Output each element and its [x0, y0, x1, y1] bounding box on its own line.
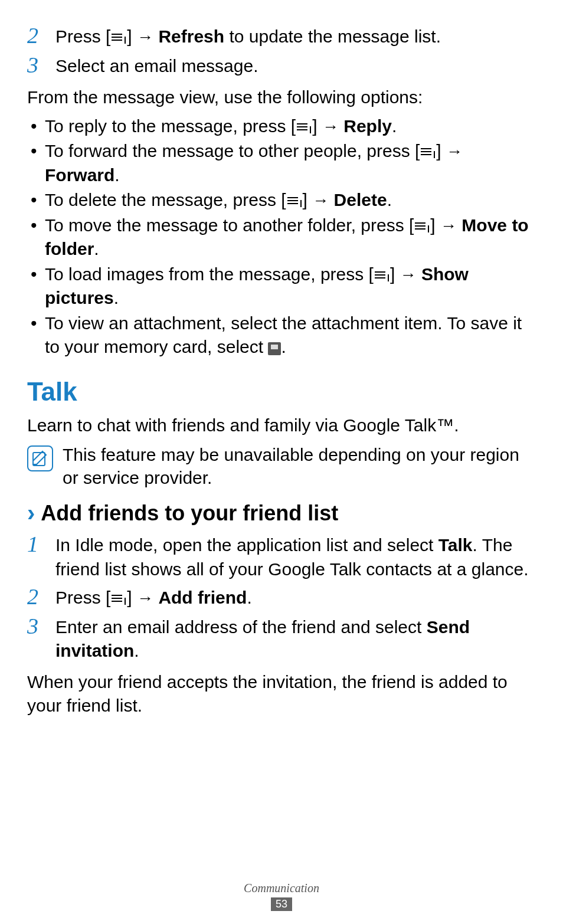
text: Press [ [55, 27, 110, 46]
bullet-body: To view an attachment, select the attach… [45, 312, 536, 359]
note-row: This feature may be unavailable dependin… [27, 443, 536, 489]
text: ] [127, 27, 137, 46]
action-label: Add friend [158, 588, 247, 607]
save-icon [268, 342, 281, 355]
bullet-delete: • To delete the message, press [] → Dele… [27, 188, 536, 212]
bullet-marker: • [27, 263, 45, 287]
intro-paragraph: From the message view, use the following… [27, 86, 536, 110]
text: to update the message list. [224, 27, 441, 46]
subheading: Add friends to your friend list [41, 501, 338, 526]
text: ] [436, 141, 446, 160]
closing-paragraph: When your friend accepts the invitation,… [27, 670, 536, 718]
page-number: 53 [271, 897, 292, 911]
bullet-body: To reply to the message, press [] → Repl… [45, 114, 397, 139]
text: In Idle mode, open the application list … [55, 535, 438, 555]
step-body: Press [] → Add friend. [55, 584, 252, 610]
arrow-icon: → [137, 28, 153, 46]
action-label: Forward [45, 165, 114, 185]
step-b1-row: 1 In Idle mode, open the application lis… [27, 531, 536, 581]
step-number: 2 [27, 22, 55, 50]
step-2-row: 2 Press [] → Refresh to update the messa… [27, 22, 536, 50]
bullet-attachment: • To view an attachment, select the atta… [27, 312, 536, 359]
text: ] [312, 116, 322, 136]
bullet-move: • To move the message to another folder,… [27, 214, 536, 261]
bullet-show-pictures: • To load images from the message, press… [27, 263, 536, 310]
text: ] [303, 190, 313, 209]
note-icon [27, 445, 53, 471]
step-b3-row: 3 Enter an email address of the friend a… [27, 613, 536, 663]
step-body: Press [] → Refresh to update the message… [55, 22, 441, 49]
text: ] [390, 264, 400, 284]
menu-icon [414, 221, 430, 232]
text: To delete the message, press [ [45, 190, 286, 209]
menu-icon [420, 146, 436, 158]
text: To forward the message to other people, … [45, 141, 420, 160]
bullet-reply: • To reply to the message, press [] → Re… [27, 114, 536, 139]
bullet-marker: • [27, 114, 45, 139]
text: Enter an email address of the friend and… [55, 617, 427, 637]
arrow-icon: → [440, 217, 457, 235]
menu-icon [110, 32, 127, 44]
step-body: In Idle mode, open the application list … [55, 531, 536, 581]
text: . [281, 337, 286, 356]
text: . [134, 641, 139, 660]
menu-icon [374, 270, 390, 281]
text: . [114, 288, 119, 307]
menu-icon [110, 593, 127, 605]
arrow-icon: → [137, 589, 153, 607]
text: ] [430, 215, 440, 235]
footer: Communication 53 [0, 882, 563, 911]
bullet-marker: • [27, 188, 45, 212]
step-body: Select an email message. [55, 52, 258, 78]
text: . [392, 116, 397, 136]
footer-section-label: Communication [0, 882, 563, 895]
text: ] [127, 588, 137, 607]
bullet-marker: • [27, 312, 45, 336]
text: To load images from the message, press [ [45, 264, 374, 284]
text: . [247, 588, 251, 607]
menu-icon [296, 122, 312, 133]
bullet-body: To forward the message to other people, … [45, 139, 536, 187]
talk-intro: Learn to chat with friends and family vi… [27, 414, 536, 438]
step-3-row: 3 Select an email message. [27, 52, 536, 79]
action-label: Talk [438, 535, 473, 555]
text: To move the message to another folder, p… [45, 215, 414, 235]
action-label: Delete [334, 190, 387, 209]
bullet-marker: • [27, 214, 45, 238]
text: . [387, 190, 392, 209]
step-body: Enter an email address of the friend and… [55, 613, 536, 663]
talk-heading: Talk [27, 377, 536, 407]
text: . [94, 239, 99, 258]
text: . [114, 165, 119, 185]
action-label: Refresh [158, 27, 224, 46]
action-label: Reply [343, 116, 392, 136]
step-number: 1 [27, 531, 55, 558]
text: Press [ [55, 588, 110, 607]
bullet-forward: • To forward the message to other people… [27, 139, 536, 187]
step-number: 3 [27, 613, 55, 640]
arrow-icon: → [400, 266, 417, 284]
step-b2-row: 2 Press [] → Add friend. [27, 584, 536, 611]
arrow-icon: → [312, 191, 329, 209]
bullet-marker: • [27, 139, 45, 163]
bullet-body: To delete the message, press [] → Delete… [45, 188, 392, 212]
text: To reply to the message, press [ [45, 116, 296, 136]
bullet-body: To move the message to another folder, p… [45, 214, 536, 261]
subheading-row: › Add friends to your friend list [27, 500, 536, 526]
menu-icon [286, 195, 303, 207]
note-text: This feature may be unavailable dependin… [63, 443, 536, 489]
arrow-icon: → [446, 142, 463, 160]
chevron-right-icon: › [27, 500, 35, 526]
bullet-body: To load images from the message, press [… [45, 263, 536, 310]
arrow-icon: → [322, 117, 339, 136]
step-number: 2 [27, 584, 55, 611]
step-number: 3 [27, 52, 55, 79]
